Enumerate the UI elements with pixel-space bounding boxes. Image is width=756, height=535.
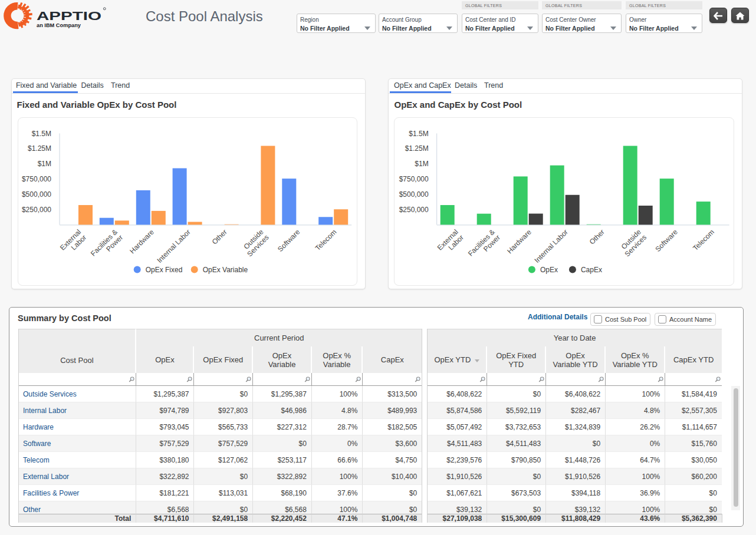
svg-text:OpEx: OpEx [540,265,558,273]
svg-text:$1M: $1M [38,160,51,168]
svg-text:Other: Other [588,227,606,246]
svg-text:ExternalLabor: ExternalLabor [436,227,465,257]
svg-text:$1.25M: $1.25M [28,144,51,153]
svg-text:Software: Software [654,227,680,253]
svg-text:$1.5M: $1.5M [32,129,51,137]
svg-text:ExternalLabor: ExternalLabor [58,227,88,257]
svg-text:OpEx Fixed: OpEx Fixed [146,265,183,273]
svg-text:an IBM Company: an IBM Company [37,22,81,28]
svg-text:Internal Labor: Internal Labor [156,227,192,264]
svg-text:Facilities &Power: Facilities &Power [466,227,502,263]
svg-text:OutsideServices: OutsideServices [617,227,648,258]
svg-text:Other: Other [211,227,229,246]
svg-text:$750,000: $750,000 [22,175,51,183]
svg-text:Internal Labor: Internal Labor [533,227,570,264]
svg-text:Facilities &Power: Facilities &Power [89,227,124,263]
svg-text:Hardware: Hardware [505,227,533,255]
svg-text:$1.5M: $1.5M [409,129,428,137]
svg-text:APPTIO: APPTIO [37,9,101,22]
svg-text:$250,000: $250,000 [22,205,51,213]
svg-text:$250,000: $250,000 [399,205,429,213]
svg-text:$1M: $1M [415,160,428,168]
svg-text:$500,000: $500,000 [22,190,51,198]
svg-text:$750,000: $750,000 [399,175,429,183]
svg-text:Telecom: Telecom [314,227,338,252]
svg-text:Hardware: Hardware [129,227,156,255]
svg-text:Software: Software [276,227,302,253]
svg-text:CapEx: CapEx [581,265,602,273]
svg-text:OutsideServices: OutsideServices [240,227,271,258]
svg-text:$500,000: $500,000 [399,190,429,198]
svg-text:OpEx Variable: OpEx Variable [203,265,248,273]
svg-text:Telecom: Telecom [691,227,715,252]
svg-text:$1.25M: $1.25M [405,144,429,153]
